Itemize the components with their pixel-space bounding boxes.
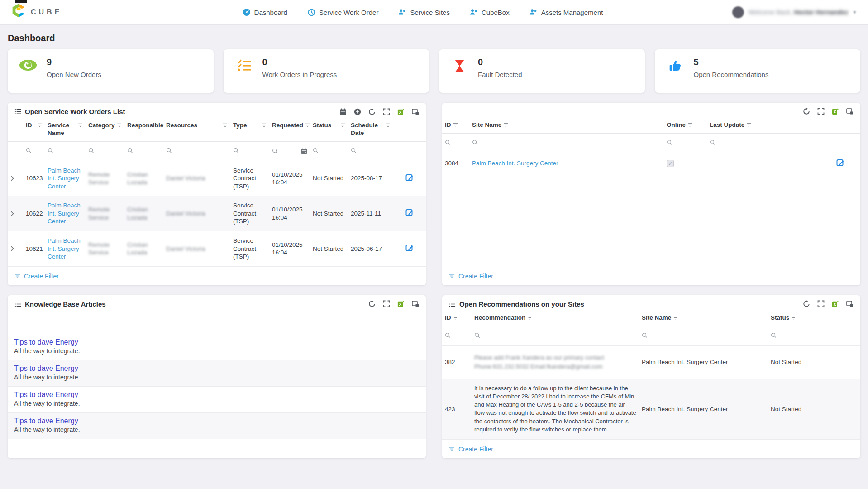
edit-site-button[interactable] — [836, 158, 844, 167]
expand-button[interactable] — [383, 300, 390, 307]
create-filter-button[interactable]: Create Filter — [442, 440, 860, 458]
column-chooser-button[interactable] — [412, 108, 419, 115]
filter-icon[interactable] — [673, 316, 678, 320]
filter-icon[interactable] — [223, 123, 228, 127]
column-site-name[interactable]: Site Name — [469, 119, 664, 133]
filter-icon[interactable] — [117, 123, 122, 127]
app-logo[interactable]: CUBE — [11, 2, 124, 22]
search-cell-id[interactable] — [23, 141, 45, 161]
column-status[interactable]: Status — [768, 312, 860, 326]
article-title-link[interactable]: Tips to dave Energy — [14, 391, 78, 399]
column-category[interactable]: Category — [86, 119, 124, 141]
column-last-update[interactable]: Last Update — [707, 119, 820, 133]
expand-button[interactable] — [817, 108, 825, 115]
filter-icon[interactable] — [305, 123, 310, 127]
excel-export-button[interactable] — [397, 300, 405, 307]
row-expander[interactable] — [8, 196, 23, 231]
refresh-button[interactable] — [368, 300, 376, 307]
column-schedule-date[interactable]: Schedule Date — [348, 119, 393, 141]
service-name-link[interactable]: Palm Beach Int. Surgery Center — [48, 237, 81, 260]
search-cell-schedule-date[interactable] — [348, 141, 393, 161]
search-cell-responsible[interactable] — [124, 141, 163, 161]
article-title-link[interactable]: Tips to dave Energy — [14, 364, 78, 373]
search-cell-recommendation[interactable] — [472, 326, 639, 345]
search-cell-status[interactable] — [768, 326, 860, 345]
column-chooser-button[interactable] — [412, 300, 419, 307]
expand-button[interactable] — [383, 108, 390, 115]
search-cell-service-name[interactable] — [45, 141, 86, 161]
column-status[interactable]: Status — [310, 119, 348, 141]
article-title-link[interactable]: Tips to dave Energy — [14, 338, 78, 346]
excel-export-button[interactable] — [397, 108, 405, 115]
filter-icon[interactable] — [78, 123, 83, 127]
column-chooser-button[interactable] — [846, 108, 854, 115]
filter-icon[interactable] — [453, 123, 458, 127]
search-cell-status[interactable] — [310, 141, 348, 161]
create-filter-button[interactable]: Create Filter — [8, 267, 426, 285]
service-name-link[interactable]: Palm Beach Int. Surgery Center — [48, 202, 81, 225]
search-cell-category[interactable] — [86, 141, 124, 161]
filter-icon[interactable] — [340, 123, 345, 127]
column-type[interactable]: Type — [230, 119, 269, 141]
online-checkbox-checked[interactable]: ✓ — [667, 160, 674, 167]
calendar-picker-icon[interactable] — [301, 148, 307, 154]
filter-icon[interactable] — [262, 123, 267, 127]
excel-export-button[interactable] — [832, 300, 839, 307]
search-cell-last-update[interactable] — [707, 133, 820, 153]
search-cell-type[interactable] — [230, 141, 269, 161]
column-id[interactable]: ID — [442, 312, 472, 326]
column-online[interactable]: Online — [664, 119, 707, 133]
card-open-new-orders[interactable]: 9 Open New Orders — [8, 49, 214, 93]
filter-icon[interactable] — [503, 123, 508, 127]
site-name-link[interactable]: Palm Beach Int. Surgery Center — [472, 160, 558, 167]
filter-icon[interactable] — [386, 123, 391, 127]
filter-icon[interactable] — [453, 316, 458, 320]
filter-icon[interactable] — [746, 123, 751, 127]
edit-work-order-button[interactable] — [405, 173, 414, 182]
nav-item-dashboard[interactable]: Dashboard — [243, 8, 287, 16]
column-id[interactable]: ID — [23, 119, 45, 141]
filter-icon[interactable] — [37, 123, 42, 127]
search-cell-site-name[interactable] — [469, 133, 664, 153]
nav-item-cubebox[interactable]: CubeBox — [470, 8, 510, 16]
filter-icon[interactable] — [527, 316, 532, 320]
refresh-button[interactable] — [803, 300, 810, 307]
search-cell-site-name[interactable] — [639, 326, 768, 345]
search-cell-resources[interactable] — [163, 141, 230, 161]
create-filter-button[interactable]: Create Filter — [442, 267, 860, 285]
article-title-link[interactable]: Tips to dave Energy — [14, 417, 78, 425]
excel-export-button[interactable] — [832, 108, 839, 115]
column-id[interactable]: ID — [442, 119, 469, 133]
add-button[interactable] — [354, 108, 361, 115]
nav-item-assets-management[interactable]: Assets Management — [529, 8, 603, 16]
row-expander[interactable] — [8, 161, 23, 196]
column-service-name[interactable]: Service Name — [45, 119, 86, 141]
column-chooser-button[interactable] — [846, 300, 854, 307]
column-site-name[interactable]: Site Name — [639, 312, 768, 326]
row-expander[interactable] — [8, 231, 23, 267]
search-cell-id[interactable] — [442, 326, 472, 345]
card-fault-detected[interactable]: 0 Fault Detected — [439, 49, 645, 93]
column-recommendation[interactable]: Recommendation — [472, 312, 639, 326]
search-cell-id[interactable] — [442, 133, 469, 153]
service-name-link[interactable]: Palm Beach Int. Surgery Center — [48, 167, 81, 190]
column-responsible[interactable]: Responsible — [124, 119, 163, 141]
edit-work-order-button[interactable] — [405, 244, 414, 252]
search-cell-online[interactable] — [664, 133, 707, 153]
column-resources[interactable]: Resources — [163, 119, 230, 141]
card-work-orders-in-progress[interactable]: 0 Work Orders in Progress — [224, 49, 429, 93]
nav-item-service-work-order[interactable]: Service Work Order — [307, 8, 378, 16]
column-requested[interactable]: Requested — [269, 119, 310, 141]
search-cell-requested[interactable] — [269, 141, 310, 161]
card-open-recommendations[interactable]: 5 Open Recommendations — [655, 49, 861, 93]
calendar-view-button[interactable] — [339, 108, 347, 115]
user-menu[interactable]: Welcome Back, Hector Hernandez ▼ — [721, 6, 857, 18]
filter-icon[interactable] — [791, 316, 796, 320]
refresh-button[interactable] — [368, 108, 376, 115]
expand-icon — [817, 108, 825, 115]
filter-icon[interactable] — [687, 123, 692, 127]
nav-item-service-sites[interactable]: Service Sites — [398, 8, 450, 16]
edit-work-order-button[interactable] — [405, 208, 414, 216]
refresh-button[interactable] — [803, 108, 810, 115]
expand-button[interactable] — [817, 300, 825, 307]
